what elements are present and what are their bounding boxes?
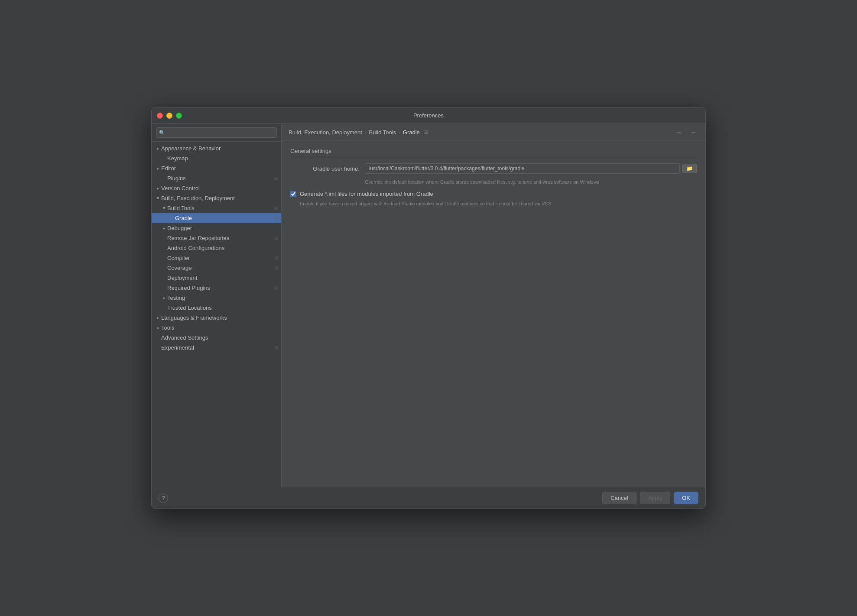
sidebar-item-editor[interactable]: ► Editor	[152, 163, 281, 173]
sidebar-item-label: Testing	[167, 295, 278, 301]
arrow-spacer	[161, 265, 167, 271]
sidebar-item-build-execution[interactable]: ► Build, Execution, Deployment	[152, 193, 281, 203]
content-panel: General settings Gradle user home: 📁 Ove…	[282, 141, 705, 487]
generate-iml-hint: Enable if you have a mixed project with …	[300, 201, 697, 207]
arrow-spacer	[161, 235, 167, 241]
sidebar-item-testing[interactable]: ► Testing	[152, 293, 281, 303]
settings-icon: ⊟	[274, 176, 278, 181]
arrow-spacer	[161, 156, 167, 162]
sidebar-item-label: Editor	[161, 165, 278, 172]
sidebar-item-label: Appearance & Behavior	[161, 145, 278, 152]
arrow-spacer	[155, 335, 161, 341]
gradle-home-input-wrapper: 📁	[365, 163, 697, 174]
settings-icon: ⊟	[274, 236, 278, 240]
sidebar-item-plugins[interactable]: Plugins ⊟	[152, 173, 281, 183]
arrow-spacer	[169, 215, 175, 221]
arrow-icon: ►	[161, 295, 167, 301]
sidebar-item-languages[interactable]: ► Languages & Frameworks	[152, 313, 281, 323]
arrow-spacer	[161, 305, 167, 311]
search-bar: 🔍	[152, 124, 281, 142]
arrow-icon: ►	[155, 195, 161, 201]
sidebar-item-keymap[interactable]: Keymap	[152, 153, 281, 163]
settings-icon: ⊟	[274, 256, 278, 260]
breadcrumb-actions: ← →	[674, 128, 698, 136]
title-bar: Preferences	[152, 107, 705, 124]
sidebar-item-experimental[interactable]: Experimental ⊟	[152, 343, 281, 353]
arrow-icon: ►	[155, 185, 161, 191]
breadcrumb-separator-1: ›	[365, 130, 367, 135]
sidebar-item-label: Debugger	[167, 225, 278, 231]
arrow-spacer	[155, 345, 161, 351]
sidebar-item-label: Compiler	[167, 255, 273, 261]
breadcrumb-segment-1: Build, Execution, Deployment	[289, 129, 362, 136]
traffic-lights	[157, 113, 182, 119]
generate-iml-checkbox[interactable]	[290, 191, 296, 197]
bottom-actions: Cancel Apply OK	[602, 492, 698, 504]
sidebar-item-label: Deployment	[167, 275, 278, 281]
arrow-icon: ►	[155, 165, 161, 172]
search-wrapper: 🔍	[156, 127, 277, 138]
arrow-spacer	[161, 285, 167, 291]
close-button[interactable]	[157, 113, 163, 119]
sidebar-item-label: Version Control	[161, 185, 278, 191]
sidebar-item-label: Trusted Locations	[167, 305, 278, 311]
sidebar: 🔍 ► Appearance & Behavior Keymap ►	[152, 124, 282, 487]
sidebar-item-required-plugins[interactable]: Required Plugins ⊟	[152, 283, 281, 293]
arrow-icon: ►	[155, 325, 161, 331]
ok-button[interactable]: OK	[674, 492, 698, 504]
sidebar-item-label: Gradle	[175, 215, 273, 221]
gradle-home-label: Gradle user home:	[290, 165, 360, 172]
folder-browse-button[interactable]: 📁	[682, 164, 697, 173]
sidebar-item-label: Android Configurations	[167, 245, 278, 251]
preferences-window: Preferences 🔍 ► Appearance & Behavior	[151, 107, 706, 509]
gradle-home-input[interactable]	[365, 163, 680, 174]
gradle-home-hint: Override the default location where Grad…	[365, 179, 697, 185]
settings-icon: ⊟	[274, 285, 278, 290]
cancel-button[interactable]: Cancel	[602, 492, 636, 504]
sidebar-item-appearance[interactable]: ► Appearance & Behavior	[152, 143, 281, 153]
sidebar-item-tools[interactable]: ► Tools	[152, 323, 281, 333]
arrow-icon: ►	[161, 225, 167, 231]
sidebar-item-label: Plugins	[167, 175, 273, 182]
maximize-button[interactable]	[176, 113, 182, 119]
sidebar-item-gradle[interactable]: Gradle ⊟	[152, 213, 281, 223]
generate-iml-label: Generate *.iml files for modules importe…	[300, 191, 433, 197]
sidebar-item-remote-jar[interactable]: Remote Jar Repositories ⊟	[152, 233, 281, 243]
sidebar-tree: ► Appearance & Behavior Keymap ► Editor …	[152, 142, 281, 487]
help-button[interactable]: ?	[159, 493, 168, 503]
section-header: General settings	[290, 148, 697, 157]
sidebar-item-label: Required Plugins	[167, 285, 273, 291]
sidebar-item-coverage[interactable]: Coverage ⊟	[152, 263, 281, 273]
sidebar-item-version-control[interactable]: ► Version Control	[152, 183, 281, 193]
sidebar-item-compiler[interactable]: Compiler ⊟	[152, 253, 281, 263]
generate-iml-row: Generate *.iml files for modules importe…	[290, 191, 697, 197]
arrow-icon: ►	[155, 315, 161, 321]
breadcrumb-settings-icon[interactable]: ⊟	[422, 129, 430, 135]
sidebar-item-advanced-settings[interactable]: Advanced Settings	[152, 333, 281, 343]
search-input[interactable]	[156, 127, 277, 138]
sidebar-item-build-tools[interactable]: ► Build Tools ⊟	[152, 203, 281, 213]
search-icon: 🔍	[159, 130, 165, 136]
main-content: 🔍 ► Appearance & Behavior Keymap ►	[152, 124, 705, 487]
arrow-spacer	[161, 245, 167, 251]
back-button[interactable]: ←	[674, 128, 685, 136]
sidebar-item-label: Build Tools	[167, 205, 273, 211]
sidebar-item-android-configs[interactable]: Android Configurations	[152, 243, 281, 253]
apply-button[interactable]: Apply	[640, 492, 671, 504]
gradle-home-row: Gradle user home: 📁	[290, 163, 697, 174]
sidebar-item-debugger[interactable]: ► Debugger	[152, 223, 281, 233]
arrow-icon: ►	[161, 205, 167, 211]
settings-icon: ⊟	[274, 266, 278, 270]
sidebar-item-deployment[interactable]: Deployment	[152, 273, 281, 283]
minimize-button[interactable]	[166, 113, 172, 119]
sidebar-item-label: Advanced Settings	[161, 334, 278, 341]
sidebar-item-trusted-locations[interactable]: Trusted Locations	[152, 303, 281, 313]
bottom-bar: ? Cancel Apply OK	[152, 487, 705, 509]
arrow-icon: ►	[155, 146, 161, 152]
sidebar-item-label: Experimental	[161, 344, 273, 351]
breadcrumb-segment-3: Gradle	[403, 129, 420, 136]
arrow-spacer	[161, 255, 167, 261]
sidebar-item-label: Keymap	[167, 155, 278, 162]
sidebar-item-label: Remote Jar Repositories	[167, 235, 273, 241]
forward-button[interactable]: →	[688, 128, 698, 136]
